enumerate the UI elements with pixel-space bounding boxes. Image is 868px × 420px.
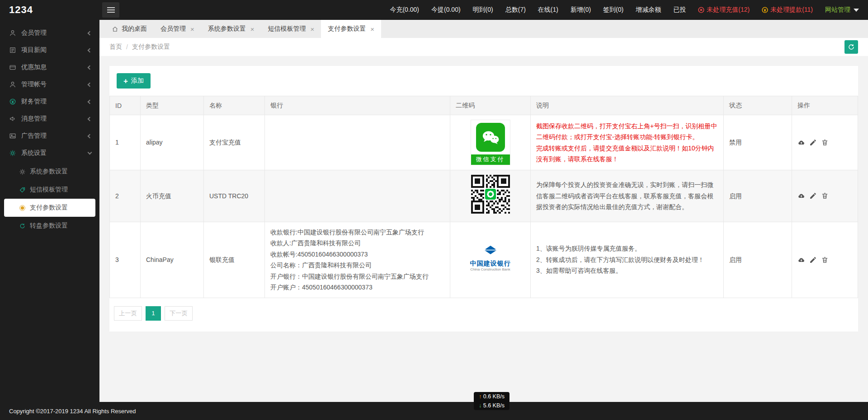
sidebar-item-system-params[interactable]: 系统参数设置 (0, 163, 99, 181)
add-button[interactable]: + 添加 (117, 73, 151, 89)
wechat-pay-label: 微信支付 (471, 154, 510, 165)
cell-status: 启用 (724, 222, 792, 298)
trash-icon (821, 192, 829, 200)
topbar-menu: 今充(0.00) 今提(0.00) 明到(0) 总数(7) 在线(1) 新增(0… (390, 6, 868, 14)
prev-page-button[interactable]: 上一页 (114, 306, 142, 321)
system-settings-submenu: 系统参数设置 短信模板管理 支付参数设置 (0, 162, 99, 238)
sidebar-item-ads[interactable]: 广告管理 (0, 127, 99, 145)
sidebar-item-members[interactable]: 会员管理 (0, 24, 99, 42)
copyright-text: Copyright ©2017-2019 1234 All Rights Res… (9, 408, 136, 415)
trash-icon (821, 139, 829, 146)
trash-icon (821, 256, 829, 264)
pagination: 上一页 1 下一页 (114, 306, 858, 321)
cloud-upload-icon (797, 192, 805, 200)
site-admin-menu[interactable]: 网站管理 (825, 6, 859, 14)
table-header-row: ID 类型 名称 银行 二维码 说明 状态 操作 (110, 96, 858, 115)
cell-actions (792, 222, 858, 298)
chevron-left-icon (88, 117, 92, 121)
sidebar-item-wheel-params[interactable]: 转盘参数设置 (0, 217, 99, 235)
upload-button[interactable] (797, 192, 805, 200)
cell-bank (265, 115, 450, 170)
delete-button[interactable] (821, 139, 829, 146)
table-row: 1 alipay 支付宝充值 (110, 115, 858, 170)
page-number-button[interactable]: 1 (146, 306, 161, 321)
payment-params-table: ID 类型 名称 银行 二维码 说明 状态 操作 (109, 96, 858, 298)
sidebar: 会员管理 项目新闻 优惠加息 管理 (0, 20, 99, 402)
edit-button[interactable] (809, 192, 817, 200)
sidebar-item-promo-interest[interactable]: 优惠加息 (0, 59, 99, 76)
col-header-id: ID (110, 96, 141, 115)
sidebar-item-system-settings[interactable]: 系统设置 (0, 145, 99, 162)
wechat-pay-image: 微信支付 (471, 120, 510, 165)
sidebar-item-messages[interactable]: 消息管理 (0, 110, 99, 127)
next-page-button[interactable]: 下一页 (165, 306, 193, 321)
pending-deposit-alert[interactable]: 未处理充值(12) (698, 6, 750, 14)
tab-members[interactable]: 会员管理 × (154, 20, 201, 38)
sidebar-item-finance[interactable]: 财务管理 (0, 93, 99, 110)
chevron-left-icon (88, 48, 92, 52)
stat-today-withdraw[interactable]: 今提(0.00) (431, 6, 461, 14)
sidebar-item-news[interactable]: 项目新闻 (0, 42, 99, 59)
breadcrumb-separator: / (126, 43, 128, 51)
breadcrumb-home[interactable]: 首页 (109, 43, 122, 51)
tab-sms-templates[interactable]: 短信模板管理 × (261, 20, 321, 38)
table-row: 2 火币充值 USTD TRC20 (110, 170, 858, 222)
sidebar-item-admin-accounts[interactable]: 管理帐号 (0, 76, 99, 93)
pencil-icon (809, 256, 817, 264)
cell-type: ChinaPay (141, 222, 204, 298)
sidebar-item-payment-params[interactable]: 支付参数设置 (4, 199, 95, 217)
stat-online[interactable]: 在线(1) (538, 6, 558, 14)
sidebar-item-sms-templates[interactable]: 短信模板管理 (0, 181, 99, 199)
cell-actions (792, 115, 858, 170)
upload-button[interactable] (797, 256, 805, 264)
cell-qrcode (450, 170, 531, 222)
close-icon[interactable]: × (370, 26, 374, 33)
admin-app: 1234 今充(0.00) 今提(0.00) 明到(0) 总数(7) 在线(1)… (0, 0, 868, 420)
stat-invested[interactable]: 已投 (673, 6, 686, 14)
chevron-left-icon (88, 99, 92, 104)
stat-due-tomorrow[interactable]: 明到(0) (473, 6, 493, 14)
close-icon[interactable]: × (311, 26, 315, 33)
coin-icon (762, 7, 768, 13)
stat-new[interactable]: 新增(0) (571, 6, 591, 14)
footer: Copyright ©2017-2019 1234 All Rights Res… (0, 402, 868, 420)
pending-deposit-label: 未处理充值(12) (707, 6, 750, 14)
topbar: 1234 今充(0.00) 今提(0.00) 明到(0) 总数(7) 在线(1)… (0, 0, 868, 20)
cell-description: 截图保存收款二维码，打开支付宝右上角+号扫一扫，识别相册中二维码付款；或打开支付… (531, 115, 724, 170)
edit-button[interactable] (809, 139, 817, 146)
close-icon[interactable]: × (190, 26, 194, 33)
cell-actions (792, 170, 858, 222)
col-header-actions: 操作 (792, 96, 858, 115)
news-icon (9, 47, 16, 54)
tab-desktop[interactable]: 我的桌面 (105, 20, 154, 38)
stat-balance-adjust[interactable]: 增减余额 (636, 6, 661, 14)
tabbar: 我的桌面 会员管理 × 系统参数设置 × 短信模板管理 × 支付参数设置 × (99, 20, 868, 38)
arrow-up-icon: ↑ (479, 393, 481, 400)
coin-icon (9, 98, 16, 105)
stat-total[interactable]: 总数(7) (505, 6, 526, 14)
stat-today-deposit[interactable]: 今充(0.00) (390, 6, 419, 14)
sidebar-toggle-button[interactable] (102, 2, 119, 18)
stat-signin[interactable]: 签到(0) (603, 6, 623, 14)
tab-system-params[interactable]: 系统参数设置 × (201, 20, 261, 38)
cell-type: 火币充值 (141, 170, 204, 222)
main-area: 我的桌面 会员管理 × 系统参数设置 × 短信模板管理 × 支付参数设置 × (99, 20, 868, 402)
col-header-bank: 银行 (265, 96, 450, 115)
pending-withdraw-alert[interactable]: 未处理提款(11) (762, 6, 813, 14)
tag-icon (19, 187, 26, 193)
edit-button[interactable] (809, 256, 817, 264)
delete-button[interactable] (821, 192, 829, 200)
download-speed: ↓ 5.6 KB/s (474, 401, 509, 410)
image-icon (9, 132, 16, 140)
upload-button[interactable] (797, 139, 805, 146)
delete-button[interactable] (821, 256, 829, 264)
dot-icon (19, 205, 26, 211)
cell-bank (265, 170, 450, 222)
close-icon[interactable]: × (250, 26, 255, 33)
col-header-qrcode: 二维码 (450, 96, 531, 115)
network-speed-widget: ↑ 0.6 KB/s ↓ 5.6 KB/s (474, 392, 509, 410)
tab-payment-params[interactable]: 支付参数设置 × (321, 20, 381, 38)
refresh-button[interactable] (844, 40, 858, 54)
chevron-down-icon (854, 9, 859, 12)
site-admin-label: 网站管理 (825, 6, 850, 14)
